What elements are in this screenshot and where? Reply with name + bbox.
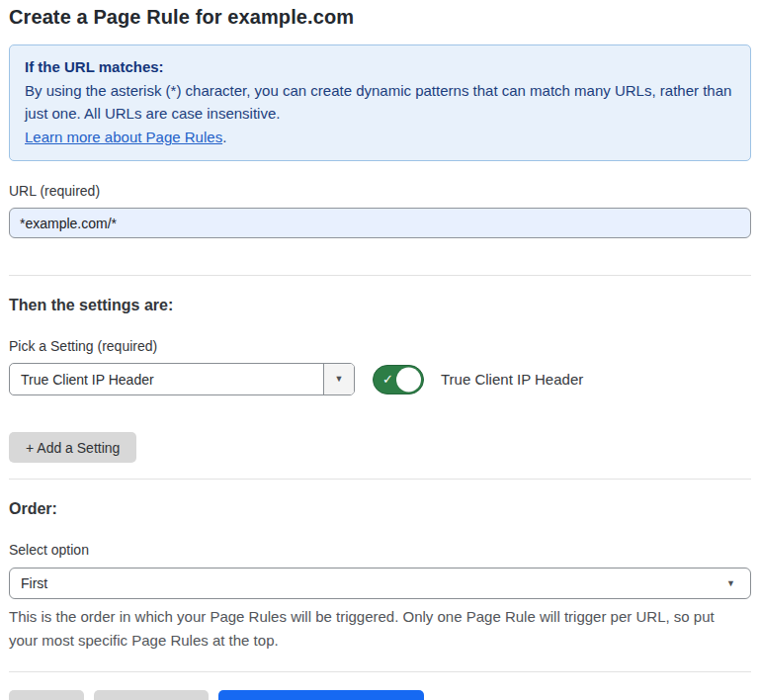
info-box-link-line: Learn more about Page Rules. — [25, 126, 735, 148]
page-title: Create a Page Rule for example.com — [9, 6, 751, 29]
footer-actions: Cancel Save as Draft Save and Deploy Pag… — [9, 690, 751, 700]
save-and-deploy-button[interactable]: Save and Deploy Page Rule — [218, 690, 424, 700]
order-select[interactable]: First ▼ — [9, 568, 751, 599]
add-setting-button[interactable]: + Add a Setting — [9, 432, 136, 463]
chevron-down-icon: ▼ — [335, 375, 344, 384]
cancel-button[interactable]: Cancel — [9, 690, 84, 700]
true-client-ip-toggle[interactable]: ✓ — [373, 365, 424, 394]
divider — [9, 275, 751, 276]
pick-setting-select[interactable]: True Client IP Header ▼ — [9, 363, 355, 395]
url-field-label: URL (required) — [9, 183, 751, 199]
url-match-info-box: If the URL matches: By using the asteris… — [9, 44, 751, 161]
settings-section-heading: Then the settings are: — [9, 297, 751, 314]
order-select-value: First — [21, 575, 47, 591]
toggle-knob — [396, 367, 421, 392]
divider — [9, 479, 751, 480]
learn-more-link[interactable]: Learn more about Page Rules — [25, 129, 222, 145]
link-suffix: . — [222, 129, 226, 145]
toggle-label: True Client IP Header — [441, 371, 583, 388]
page-rule-form: Create a Page Rule for example.com If th… — [0, 0, 760, 700]
chevron-down-icon: ▼ — [726, 579, 735, 588]
pick-setting-select-value: True Client IP Header — [10, 364, 323, 394]
select-arrow-button[interactable]: ▼ — [323, 364, 354, 394]
url-input[interactable] — [9, 208, 751, 238]
setting-row: True Client IP Header ▼ ✓ True Client IP… — [9, 363, 751, 395]
pick-setting-label: Pick a Setting (required) — [9, 338, 751, 354]
check-icon: ✓ — [382, 373, 393, 386]
divider — [9, 671, 751, 672]
save-as-draft-button[interactable]: Save as Draft — [94, 690, 210, 700]
info-box-heading: If the URL matches: — [25, 55, 735, 79]
order-select-label: Select option — [9, 542, 751, 558]
order-help-text: This is the order in which your Page Rul… — [9, 605, 745, 653]
order-section-heading: Order: — [9, 500, 751, 518]
info-box-body: By using the asterisk (*) character, you… — [25, 79, 735, 125]
